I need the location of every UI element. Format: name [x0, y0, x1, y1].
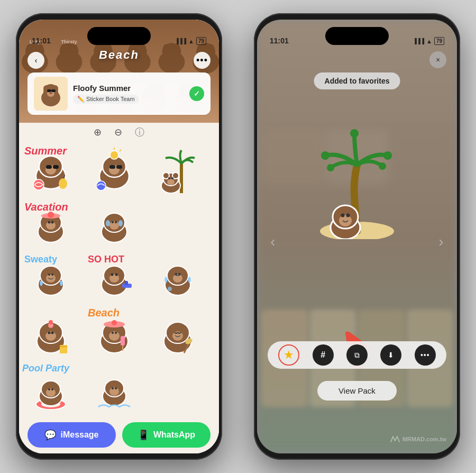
view-pack-button[interactable]: View Pack	[317, 381, 397, 401]
dynamic-island-right	[325, 27, 389, 45]
svg-rect-74	[109, 165, 115, 169]
pack-info-card: Floofy Summer ✏️ Sticker Book Team ✓	[28, 72, 210, 115]
svg-point-103	[118, 220, 123, 226]
svg-point-147	[115, 332, 117, 334]
sticker-cell[interactable]	[19, 305, 83, 362]
sticker-cell[interactable]	[83, 362, 146, 415]
svg-point-128	[178, 273, 180, 275]
info-button[interactable]: ⓘ	[135, 126, 144, 139]
svg-point-167	[51, 388, 53, 390]
svg-rect-65	[53, 165, 59, 169]
right-phone: 11:01 ▐▐▐ ▲ 79 × Added to favorites ‹ ›	[254, 13, 460, 460]
svg-rect-121	[125, 281, 128, 285]
sticker-cell[interactable]	[83, 142, 146, 199]
svg-point-149	[112, 320, 117, 325]
bottom-buttons: 💬 iMessage 📱 WhatsApp	[19, 416, 219, 453]
status-icons-left: ▐▐▐ ▲ 79	[175, 37, 206, 45]
svg-point-185	[339, 215, 352, 226]
svg-line-78	[120, 150, 121, 151]
nav-arrow-right[interactable]: ›	[434, 234, 448, 249]
wifi-icon-right: ▲	[426, 38, 432, 44]
left-phone-screen: Lazy Thirsty Happy Beach ‹ •••	[19, 20, 219, 453]
svg-point-173	[112, 387, 114, 389]
svg-point-119	[115, 274, 118, 276]
sticker-cell[interactable]	[146, 142, 209, 199]
imessage-icon: 💬	[44, 429, 56, 441]
pack-check: ✓	[189, 86, 204, 101]
svg-point-177	[350, 129, 359, 138]
svg-point-67	[59, 178, 67, 189]
copy-icon: ⧉	[354, 351, 360, 360]
dynamic-island-left	[87, 27, 151, 45]
svg-point-136	[51, 332, 54, 334]
svg-point-146	[112, 332, 114, 334]
svg-point-127	[175, 273, 177, 275]
svg-point-135	[48, 332, 51, 334]
download-icon: ⬇	[388, 351, 394, 359]
svg-point-101	[109, 221, 119, 230]
favorite-button[interactable]: ★	[278, 344, 299, 366]
back-button[interactable]: ‹	[28, 52, 44, 69]
battery-icon: 79	[196, 37, 206, 45]
pack-details: Floofy Summer ✏️ Sticker Book Team	[73, 84, 184, 104]
nav-arrow-left[interactable]: ‹	[266, 234, 280, 249]
svg-rect-150	[121, 336, 125, 345]
watermark: MRMAD.com.tw	[390, 435, 446, 443]
sohot-label: SO HOT	[88, 254, 124, 265]
svg-rect-75	[116, 165, 122, 169]
svg-point-118	[111, 274, 114, 276]
hashtag-button[interactable]: #	[313, 344, 334, 366]
svg-point-178	[383, 151, 392, 160]
svg-point-172	[109, 387, 119, 396]
copy-button[interactable]: ⧉	[346, 344, 368, 366]
close-button[interactable]: ×	[429, 51, 446, 68]
action-bar: ★ # ⧉ ⬇ •••	[268, 341, 446, 369]
right-phone-screen: 11:01 ▐▐▐ ▲ 79 × Added to favorites ‹ ›	[257, 20, 457, 453]
imessage-button[interactable]: 💬 iMessage	[28, 422, 116, 448]
summer-label: Summer	[24, 145, 67, 157]
more-button-right[interactable]: •••	[415, 344, 436, 366]
svg-point-85	[167, 179, 175, 185]
svg-point-166	[48, 388, 50, 390]
svg-point-92	[46, 221, 56, 230]
sticker-cell[interactable]	[83, 199, 146, 252]
hashtag-icon: #	[321, 350, 325, 360]
sticker-cell[interactable]	[146, 252, 209, 305]
more-button[interactable]: •••	[194, 52, 210, 69]
svg-rect-56	[47, 89, 51, 92]
svg-point-93	[48, 221, 51, 224]
svg-point-117	[109, 274, 119, 283]
main-sticker-display	[299, 125, 415, 242]
whatsapp-button[interactable]: 📱 WhatsApp	[122, 422, 210, 448]
pool-label: Pool Party	[22, 363, 69, 374]
pack-thumbnail	[34, 77, 68, 111]
favorites-pill: Added to favorites	[314, 72, 400, 89]
svg-point-104	[112, 221, 114, 223]
battery-icon-right: 79	[434, 37, 444, 45]
svg-point-55	[49, 92, 52, 94]
svg-rect-64	[46, 165, 52, 169]
sticker-cell[interactable]	[146, 305, 209, 362]
left-phone: Lazy Thirsty Happy Beach ‹ •••	[16, 13, 222, 460]
sticker-row-sweaty: Sweaty SO HOT	[19, 252, 219, 305]
svg-rect-57	[51, 89, 56, 92]
zoom-out-button[interactable]: ⊖	[114, 126, 122, 138]
svg-point-111	[48, 274, 50, 276]
svg-point-138	[49, 320, 53, 324]
svg-point-145	[109, 331, 120, 341]
star-icon: ★	[283, 348, 294, 362]
svg-point-105	[115, 221, 117, 223]
vacation-label: Vacation	[24, 201, 68, 213]
sticker-row-summer: Summer	[19, 142, 219, 199]
svg-point-186	[341, 214, 345, 217]
zoom-in-button[interactable]: ⊕	[94, 126, 102, 138]
pack-name: Floofy Summer	[73, 84, 184, 93]
svg-point-187	[346, 214, 350, 217]
more-icon: •••	[420, 351, 430, 359]
signal-icon-right: ▐▐▐	[413, 38, 424, 44]
whatsapp-icon: 📱	[138, 429, 149, 441]
download-button[interactable]: ⬇	[380, 344, 401, 366]
svg-point-112	[51, 274, 53, 276]
sticker-row-vacation: Vacation	[19, 199, 219, 252]
sweaty-label: Sweaty	[24, 254, 57, 265]
